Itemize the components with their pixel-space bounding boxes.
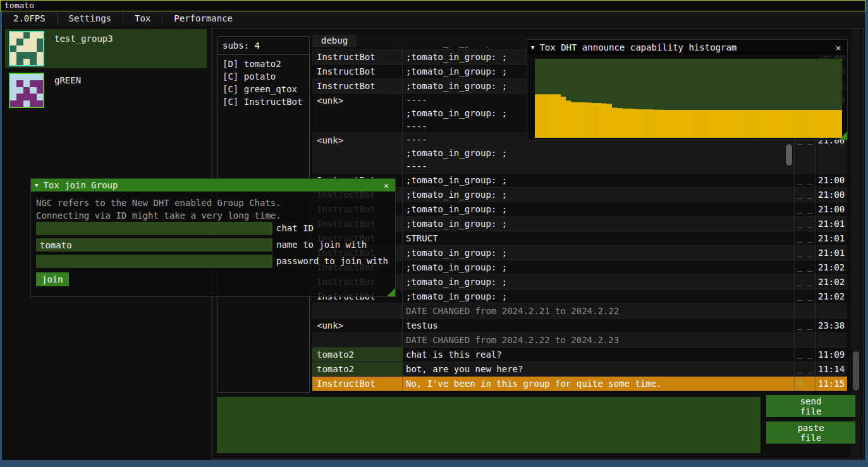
join-password-input[interactable] <box>36 255 272 268</box>
message-status: _ _ <box>795 202 816 216</box>
join-name-label: name to join with <box>276 238 367 252</box>
message-text: STRUCT <box>403 231 795 245</box>
message-timestamp: 21:02 <box>816 275 847 289</box>
join-group-description: NGC refers to the New DHT enabled Group … <box>31 191 395 222</box>
menu-bar-items: SettingsToxPerformance <box>57 11 244 26</box>
message-text: ;tomato_in_group: ; <box>403 246 795 260</box>
avatar-pixel <box>30 80 36 87</box>
avatar-pixel <box>30 39 36 45</box>
window-scrollbar-thumb[interactable] <box>853 351 859 391</box>
resize-grip[interactable] <box>839 131 847 140</box>
message-text: ;tomato_in_group: ; <box>403 202 795 216</box>
close-icon[interactable]: ✕ <box>833 43 843 52</box>
avatar-pixel <box>16 100 23 107</box>
avatar-pixel <box>30 52 36 58</box>
message-sender: <unk> <box>312 94 403 133</box>
message-text: DATE CHANGED from 2024.2.22 to 2024.2.23 <box>403 333 795 347</box>
avatar-pixel <box>16 87 23 94</box>
message-text: ;tomato_in_group: ; <box>403 173 795 187</box>
message-sender: InstructBot <box>312 50 403 64</box>
message-status: _ _ <box>795 260 816 274</box>
message-text: chat is this real? <box>403 348 795 361</box>
dht-histogram-title-bar[interactable]: ▼ Tox DHT announce capability histogram … <box>527 40 847 55</box>
avatar-pixel <box>23 94 30 100</box>
group-avatar <box>9 31 44 66</box>
collapse-arrow-icon[interactable]: ▼ <box>35 182 38 188</box>
collapse-arrow-icon[interactable]: ▼ <box>531 44 534 51</box>
avatar-pixel <box>10 94 16 100</box>
paste-file-button[interactable]: paste file <box>766 422 855 444</box>
avatar-pixel <box>10 39 16 45</box>
avatar-pixel <box>30 32 36 39</box>
avatar-pixel <box>23 100 30 107</box>
join-group-window: ▼ Tox join Group ✕ NGC refers to the New… <box>30 178 396 297</box>
join-button[interactable]: join <box>36 272 69 286</box>
send-file-button[interactable]: send file <box>766 395 855 417</box>
message-text: ;tomato_in_group: ; <box>403 188 795 202</box>
avatar-pixel <box>16 80 23 87</box>
window-title-bar[interactable]: tomato <box>0 0 865 11</box>
chat-message-row[interactable]: <unk>testus_ _23:38 <box>312 318 847 333</box>
avatar-pixel <box>37 100 43 107</box>
message-input[interactable] <box>217 397 761 453</box>
avatar-pixel <box>30 45 36 52</box>
menu-bar: 2.0FPS SettingsToxPerformance <box>2 11 865 26</box>
avatar-pixel <box>37 80 43 87</box>
message-sender: tomato2 <box>312 348 403 361</box>
member-list-item[interactable]: [D] tomato2 <box>217 58 309 70</box>
sidebar-group-test_group3[interactable]: test_group3 <box>5 29 207 68</box>
chat-system-row[interactable]: DATE CHANGED from 2024.2.22 to 2024.2.23 <box>312 333 847 348</box>
description-line: NGC refers to the New DHT enabled Group … <box>36 197 390 209</box>
avatar-pixel <box>23 80 30 87</box>
avatar-pixel <box>10 59 16 65</box>
chat-message-row[interactable]: InstructBotNo, I've been in this group f… <box>312 377 847 391</box>
message-timestamp: 11:14 <box>816 362 847 376</box>
message-timestamp: 11:09 <box>816 348 847 361</box>
member-list-item[interactable]: [C] green_qtox <box>217 83 309 95</box>
close-icon[interactable]: ✕ <box>381 181 391 190</box>
group-avatar <box>9 73 44 108</box>
avatar-pixel <box>30 100 36 107</box>
window-title: tomato <box>4 1 34 10</box>
avatar-pixel <box>37 39 43 45</box>
message-sender: <unk> <box>312 318 403 332</box>
histogram-bars <box>535 59 842 138</box>
message-sender: InstructBot <box>312 79 403 93</box>
message-sender <box>312 304 403 318</box>
avatar-pixel <box>23 74 30 80</box>
member-list-item[interactable]: [C] InstructBot <box>217 95 309 108</box>
dht-histogram-title: Tox DHT announce capability histogram <box>539 42 737 52</box>
avatar-pixel <box>10 100 16 107</box>
avatar-pixel <box>16 52 23 58</box>
avatar-pixel <box>16 39 23 45</box>
menu-item-tox[interactable]: Tox <box>123 11 162 26</box>
avatar-pixel <box>37 74 43 80</box>
message-timestamp: 21:01 <box>816 217 847 231</box>
chat-id-input[interactable] <box>36 222 272 235</box>
menu-item-performance[interactable]: Performance <box>162 11 244 26</box>
avatar-pixel <box>23 32 30 39</box>
chat-scrollbar-thumb[interactable] <box>786 144 792 166</box>
resize-grip[interactable] <box>387 288 395 296</box>
chat-message-row[interactable]: tomato2chat is this real?_ _11:09 <box>312 348 847 362</box>
message-status: _ _ <box>795 348 816 361</box>
join-name-input[interactable] <box>36 238 272 252</box>
member-list-item[interactable]: [C] potato <box>217 70 309 83</box>
join-group-title-bar[interactable]: ▼ Tox join Group ✕ <box>31 179 395 191</box>
menu-item-settings[interactable]: Settings <box>58 11 123 26</box>
message-timestamp: 21:00 <box>816 173 847 187</box>
tab-debug[interactable]: debug <box>312 35 357 47</box>
message-text: No, I've been in this group for quite so… <box>403 377 795 391</box>
message-text: testus <box>403 318 795 332</box>
message-status: _ _ <box>795 231 816 245</box>
avatar-pixel <box>30 59 36 65</box>
chat-system-row[interactable]: DATE CHANGED from 2024.2.21 to 2024.2.22 <box>312 304 847 318</box>
message-timestamp <box>816 333 847 347</box>
sidebar-group-gREEN[interactable]: gREEN <box>5 71 207 110</box>
message-sender: InstructBot <box>312 377 403 391</box>
window-scrollbar-track[interactable] <box>852 28 860 459</box>
avatar-pixel <box>30 74 36 80</box>
chat-message-row[interactable]: tomato2bot, are you new here?_ _11:14 <box>312 362 847 377</box>
message-status: _ _ <box>795 173 816 187</box>
avatar-pixel <box>37 52 43 58</box>
